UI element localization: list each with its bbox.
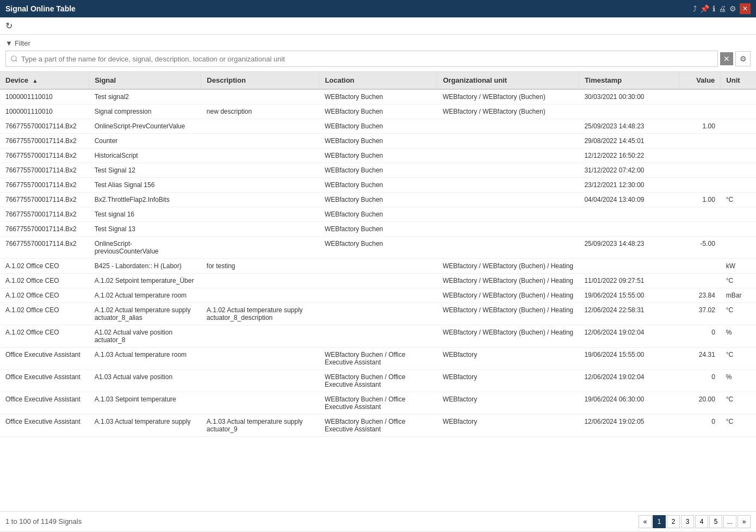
table-row: Office Executive AssistantA.1.03 Actual … (0, 415, 756, 437)
cell-value (679, 259, 721, 274)
cell-signal: OnlineScript-previousCounterValue (89, 237, 201, 259)
search-clear-button[interactable]: ✕ (720, 52, 733, 65)
pagination-page-2[interactable]: 2 (667, 515, 680, 528)
pin-icon[interactable]: 📌 (700, 4, 709, 13)
cell-device: Office Executive Assistant (0, 415, 89, 437)
cell-unit: °C (721, 303, 756, 325)
cell-orgunit (437, 222, 579, 237)
cell-unit (721, 149, 756, 163)
cell-orgunit: WEBfactory (437, 348, 579, 370)
refresh-button[interactable]: ↻ (5, 21, 13, 31)
cell-value: 23.84 (679, 288, 721, 303)
cell-unit: kW (721, 259, 756, 274)
table-row: A.1.02 Office CEOA.1.02 Actual temperatu… (0, 288, 756, 303)
pagination-prev[interactable]: « (639, 515, 652, 528)
cell-location: WEBfactory Buchen (319, 134, 437, 149)
cell-signal: OnlineScript-PrevCounterValue (89, 119, 201, 134)
filter-header[interactable]: ▼ Filter (5, 39, 751, 47)
cell-signal: A1.03 Actual valve position (89, 370, 201, 392)
cell-orgunit: WEBfactory / WEBfactory (Buchen) / Heati… (437, 303, 579, 325)
cell-description (201, 348, 319, 370)
cell-location: WEBfactory Buchen (319, 178, 437, 193)
table-row: 7667755700017114.Bx2Test signal 16WEBfac… (0, 207, 756, 222)
cell-location: WEBfactory Buchen (319, 237, 437, 259)
cell-signal: Test signal 16 (89, 207, 201, 222)
pagination-controls: « 1 2 3 4 5 ... » (639, 515, 751, 528)
cell-description (201, 288, 319, 303)
cell-value (679, 274, 721, 288)
cell-orgunit: WEBfactory / WEBfactory (Buchen) / Heati… (437, 259, 579, 274)
filter-section: ▼ Filter ✕ ⚙ (0, 35, 756, 72)
cell-unit: mBar (721, 288, 756, 303)
col-header-orgunit[interactable]: Organizational unit (437, 72, 579, 89)
cell-value: -5.00 (679, 237, 721, 259)
cell-location: WEBfactory Buchen / Office Executive Ass… (319, 392, 437, 415)
cell-device: 7667755700017114.Bx2 (0, 237, 89, 259)
export-icon[interactable]: ⤴ (693, 4, 697, 13)
cell-device: A.1.02 Office CEO (0, 325, 89, 348)
cell-description (201, 119, 319, 134)
cell-timestamp: 11/01/2022 09:27:51 (579, 274, 679, 288)
cell-orgunit: WEBfactory / WEBfactory (Buchen) (437, 89, 579, 104)
cell-device: 1000001110010 (0, 89, 89, 104)
pagination-page-3[interactable]: 3 (681, 515, 694, 528)
cell-signal: A.1.02 Actual temperature supply actuato… (89, 303, 201, 325)
col-header-unit[interactable]: Unit (721, 72, 756, 89)
close-button[interactable]: ✕ (740, 3, 751, 14)
cell-value (679, 207, 721, 222)
cell-device: A.1.02 Office CEO (0, 259, 89, 274)
cell-value: 20.00 (679, 392, 721, 415)
pagination-page-5[interactable]: 5 (709, 515, 722, 528)
pagination-page-1[interactable]: 1 (653, 515, 666, 528)
col-header-signal[interactable]: Signal (89, 72, 201, 89)
cell-value (679, 104, 721, 119)
cell-device: Office Executive Assistant (0, 348, 89, 370)
cell-orgunit: WEBfactory (437, 415, 579, 437)
cell-device: 7667755700017114.Bx2 (0, 222, 89, 237)
col-header-value[interactable]: Value (679, 72, 721, 89)
table-container: Device ▲ Signal Description Location Org… (0, 72, 756, 511)
cell-signal: Counter (89, 134, 201, 149)
cell-timestamp: 12/12/2022 16:50:22 (579, 149, 679, 163)
cell-description (201, 149, 319, 163)
cell-location (319, 325, 437, 348)
cell-orgunit (437, 207, 579, 222)
cell-orgunit (437, 178, 579, 193)
pagination-next[interactable]: » (738, 515, 751, 528)
cell-signal: A.1.03 Setpoint temperature (89, 392, 201, 415)
cell-signal: HistoricalScript (89, 149, 201, 163)
pagination-page-4[interactable]: 4 (695, 515, 708, 528)
cell-signal: Test Signal 13 (89, 222, 201, 237)
cell-value: 0 (679, 415, 721, 437)
print-icon[interactable]: 🖨 (718, 4, 726, 13)
col-header-device[interactable]: Device ▲ (0, 72, 89, 89)
col-header-description[interactable]: Description (201, 72, 319, 89)
cell-unit (721, 89, 756, 104)
cell-description (201, 274, 319, 288)
table-row: Office Executive AssistantA.1.03 Actual … (0, 348, 756, 370)
cell-timestamp: 25/09/2023 14:48:23 (579, 237, 679, 259)
cell-signal: A1.02 Actual valve position actuator_8 (89, 325, 201, 348)
table-body: 1000001110010Test signal2WEBfactory Buch… (0, 89, 756, 437)
advanced-filter-button[interactable]: ⚙ (735, 51, 751, 66)
search-input[interactable] (5, 51, 718, 67)
cell-timestamp: 30/03/2021 00:30:00 (579, 89, 679, 104)
cell-unit: °C (721, 274, 756, 288)
cell-location: WEBfactory Buchen / Office Executive Ass… (319, 370, 437, 392)
cell-signal: Test Signal 12 (89, 163, 201, 178)
cell-device: 7667755700017114.Bx2 (0, 193, 89, 207)
table-row: 7667755700017114.Bx2HistoricalScriptWEBf… (0, 149, 756, 163)
cell-timestamp: 19/06/2024 06:30:00 (579, 392, 679, 415)
cell-description (201, 207, 319, 222)
table-row: 7667755700017114.Bx2Bx2.ThrottleFlap2.In… (0, 193, 756, 207)
settings-icon[interactable]: ⚙ (729, 4, 736, 13)
table-row: 7667755700017114.Bx2OnlineScript-PrevCou… (0, 119, 756, 134)
col-header-timestamp[interactable]: Timestamp (579, 72, 679, 89)
cell-unit (721, 119, 756, 134)
info-icon[interactable]: ℹ (712, 4, 715, 13)
cell-location: WEBfactory Buchen (319, 163, 437, 178)
cell-device: 7667755700017114.Bx2 (0, 207, 89, 222)
cell-signal: Signal compression (89, 104, 201, 119)
col-header-location[interactable]: Location (319, 72, 437, 89)
cell-timestamp: 29/08/2022 14:45:01 (579, 134, 679, 149)
